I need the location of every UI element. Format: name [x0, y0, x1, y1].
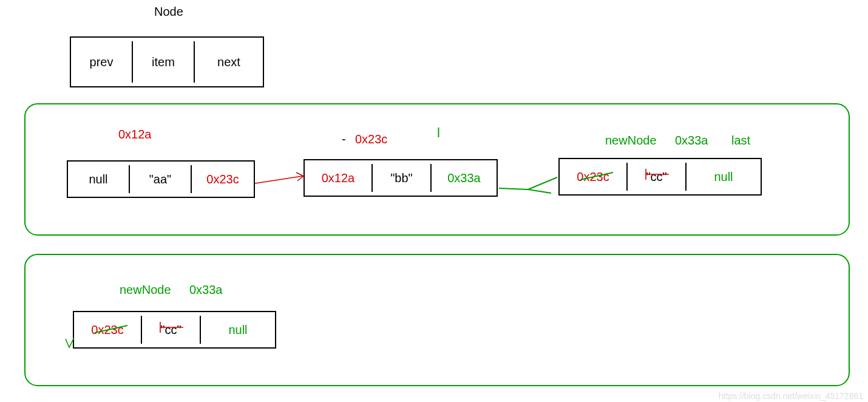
node2-addr: 0x23c	[355, 132, 387, 146]
node2-next: 0x33a	[432, 160, 497, 196]
legend-item: item	[133, 38, 194, 86]
node1-next: 0x23c	[192, 162, 254, 197]
node3-last: last	[731, 134, 750, 148]
node1-box: null "aa" 0x23c	[67, 160, 255, 198]
legend-prev: prev	[71, 38, 132, 86]
node3-item-cell: "cc"	[628, 159, 685, 194]
node3-addr: 0x33a	[675, 134, 708, 148]
p2-addr: 0x33a	[189, 283, 223, 297]
legend-next: next	[195, 38, 263, 86]
node1-addr: 0x12a	[118, 128, 152, 141]
watermark: https://blog.csdn.net/weixin_45172861	[719, 391, 863, 401]
p2-next: null	[201, 312, 275, 347]
p2-item-cell: "cc"	[142, 312, 200, 347]
strike-mark-icon	[159, 321, 186, 334]
p2-node-box: 0x23c "cc" null	[73, 311, 276, 349]
node2-box: 0x12a "bb" 0x33a	[303, 159, 498, 197]
node1-prev: null	[68, 162, 129, 197]
strike-mark-icon	[645, 168, 671, 181]
p2-newnode: newNode	[120, 283, 171, 297]
mark-icon	[64, 336, 76, 351]
node2-dash: -	[342, 132, 346, 146]
node2-item: "bb"	[373, 160, 430, 196]
node3-prev-cell: 0x23c	[560, 159, 626, 194]
legend-node-box: prev item next	[70, 36, 264, 87]
node1-item: "aa"	[130, 162, 191, 197]
legend-title: Node	[154, 5, 183, 19]
p2-prev-cell: 0x23c	[74, 312, 141, 347]
node2-l-label: l	[437, 125, 440, 141]
node2-prev: 0x12a	[305, 160, 371, 196]
node3-box: 0x23c "cc" null	[558, 158, 762, 196]
strike-mark-icon	[93, 323, 130, 335]
node3-newnode: newNode	[605, 134, 657, 148]
strike-mark-icon	[579, 170, 615, 182]
node3-next: null	[687, 159, 761, 194]
